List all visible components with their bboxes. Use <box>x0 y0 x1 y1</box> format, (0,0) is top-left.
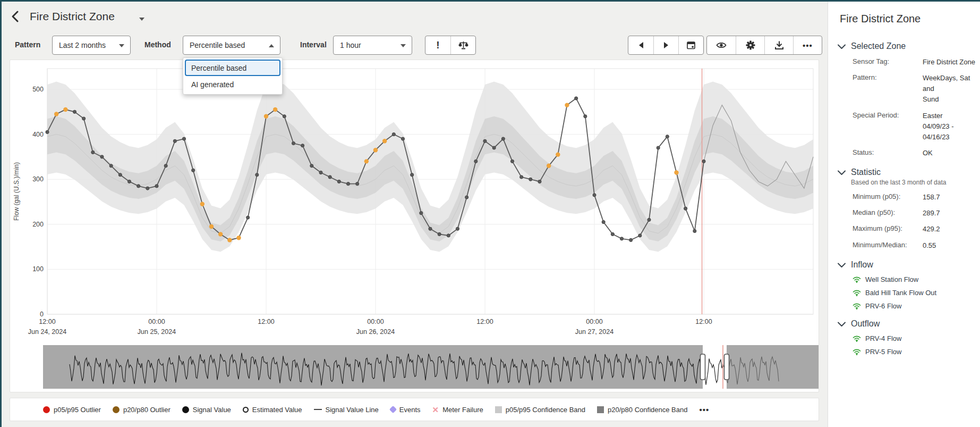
signal-point[interactable] <box>283 115 286 118</box>
outlier-point[interactable] <box>364 159 369 163</box>
step-forward-button[interactable] <box>653 36 678 54</box>
legend-item[interactable]: Signal Value <box>182 406 231 414</box>
sensor-item[interactable]: Well Station Flow <box>828 273 980 286</box>
signal-point[interactable] <box>137 185 140 188</box>
interval-select[interactable]: 1 hour <box>333 36 412 55</box>
signal-point[interactable] <box>346 182 350 186</box>
signal-point[interactable] <box>301 144 304 147</box>
signal-point[interactable] <box>392 133 395 136</box>
outlier-point[interactable] <box>273 107 277 112</box>
signal-point[interactable] <box>465 196 468 199</box>
signal-point[interactable] <box>584 115 587 118</box>
signal-point[interactable] <box>420 212 423 215</box>
minimap-right-handle[interactable] <box>725 354 729 380</box>
outlier-point[interactable] <box>264 114 268 119</box>
sensor-item[interactable]: PRV-5 Flow <box>828 345 980 358</box>
signal-point[interactable] <box>356 182 359 186</box>
more-options-button[interactable]: ••• <box>793 36 822 54</box>
outlier-point[interactable] <box>218 232 223 236</box>
signal-point[interactable] <box>127 180 131 183</box>
signal-point[interactable] <box>337 180 340 183</box>
outlier-point[interactable] <box>200 202 204 206</box>
signal-point[interactable] <box>611 232 614 236</box>
outlier-point[interactable] <box>227 238 232 242</box>
flow-pattern-chart[interactable]: 010020030040050012:00Jun 24, 202400:00Ju… <box>10 60 819 392</box>
pattern-select[interactable]: Last 2 months <box>52 36 131 55</box>
visibility-button[interactable] <box>707 36 736 54</box>
signal-point[interactable] <box>401 137 404 140</box>
method-option[interactable]: AI generated <box>185 76 280 93</box>
signal-point[interactable] <box>411 173 414 177</box>
signal-point[interactable] <box>529 178 532 181</box>
legend-item[interactable]: Signal Value Line <box>314 406 379 414</box>
legend-item[interactable]: p20/p80 Confidence Band <box>597 406 687 414</box>
outlier-point[interactable] <box>565 103 569 107</box>
signal-point[interactable] <box>328 175 331 179</box>
signal-point[interactable] <box>91 150 95 154</box>
alerts-button[interactable]: ! <box>425 36 450 54</box>
outlier-point[interactable] <box>209 224 214 229</box>
sensor-item[interactable]: PRV-6 Flow <box>828 299 980 313</box>
signal-point[interactable] <box>620 237 623 240</box>
signal-point[interactable] <box>684 207 687 210</box>
signal-point[interactable] <box>182 137 185 140</box>
date-picker-button[interactable] <box>678 36 703 54</box>
signal-point[interactable] <box>82 117 86 120</box>
signal-point[interactable] <box>319 171 322 174</box>
legend-item[interactable]: ✕Meter Failure <box>432 406 483 414</box>
signal-point[interactable] <box>310 164 313 168</box>
outlier-point[interactable] <box>556 152 560 156</box>
signal-point[interactable] <box>46 130 49 133</box>
outlier-point[interactable] <box>382 139 387 143</box>
signal-point[interactable] <box>702 160 705 163</box>
signal-point[interactable] <box>146 187 149 190</box>
minimap[interactable] <box>43 345 819 389</box>
signal-point[interactable] <box>118 173 122 177</box>
settings-button[interactable] <box>736 36 764 54</box>
step-back-button[interactable] <box>628 36 653 54</box>
signal-point[interactable] <box>657 146 660 149</box>
back-button[interactable] <box>8 9 23 24</box>
sensor-item[interactable]: Bald Hill Tank Flow Out <box>828 286 980 299</box>
title-dropdown-caret-icon[interactable] <box>139 18 144 21</box>
signal-point[interactable] <box>429 227 432 230</box>
signal-point[interactable] <box>593 194 596 197</box>
signal-point[interactable] <box>520 175 523 179</box>
signal-point[interactable] <box>73 110 76 113</box>
signal-point[interactable] <box>638 234 642 237</box>
signal-point[interactable] <box>575 97 578 100</box>
signal-point[interactable] <box>456 227 459 230</box>
signal-point[interactable] <box>109 164 113 168</box>
signal-point[interactable] <box>474 160 478 163</box>
signal-point[interactable] <box>510 160 514 163</box>
outlier-point[interactable] <box>547 164 551 168</box>
signal-point[interactable] <box>173 139 176 143</box>
signal-point[interactable] <box>538 180 541 183</box>
signal-point[interactable] <box>246 216 250 219</box>
legend-item[interactable]: Events <box>390 406 421 414</box>
legend-item[interactable]: p05/p95 Outlier <box>43 406 101 414</box>
sensor-item[interactable]: PRV-4 Flow <box>828 332 980 345</box>
outlier-point[interactable] <box>674 170 678 174</box>
signal-point[interactable] <box>255 173 259 177</box>
signal-point[interactable] <box>602 220 605 223</box>
outlier-point[interactable] <box>63 107 67 112</box>
outlier-point[interactable] <box>236 236 241 240</box>
legend-item[interactable]: p20/p80 Outlier <box>113 406 171 414</box>
signal-point[interactable] <box>447 234 450 237</box>
signal-point[interactable] <box>155 185 158 188</box>
signal-point[interactable] <box>629 238 633 241</box>
signal-point[interactable] <box>666 135 669 138</box>
outlier-point[interactable] <box>373 148 378 152</box>
legend-item[interactable]: Estimated Value <box>243 406 302 414</box>
sidebar-section-outflow[interactable]: Outflow <box>828 313 980 332</box>
signal-point[interactable] <box>647 218 651 221</box>
legend-item[interactable]: p05/p95 Confidence Band <box>495 406 585 414</box>
download-button[interactable] <box>764 36 793 54</box>
signal-point[interactable] <box>693 229 696 232</box>
signal-point[interactable] <box>164 164 167 168</box>
sidebar-section-statistic[interactable]: StatisticBased on the last 3 month of da… <box>828 161 980 189</box>
compare-button[interactable] <box>450 36 475 54</box>
legend-more-button[interactable]: ••• <box>699 405 709 414</box>
minimap-left-handle[interactable] <box>701 354 705 380</box>
